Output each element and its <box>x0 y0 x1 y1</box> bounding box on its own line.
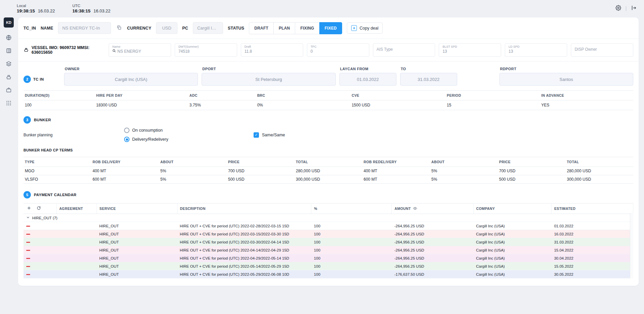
chevron-down-icon[interactable] <box>26 216 30 220</box>
currency-input[interactable]: USD <box>156 22 177 34</box>
dport-header: DPORT <box>202 65 335 73</box>
owner-input[interactable]: Cargill Inc (USA) <box>64 73 198 86</box>
vessel-dwt-field[interactable]: DWT(Summer) 74518 <box>175 43 237 57</box>
refresh-button[interactable] <box>36 205 42 212</box>
status-plan-button[interactable]: PLAN <box>273 22 295 34</box>
service-cell: HIRE_OUT <box>97 254 177 262</box>
cell: 600 MT <box>91 175 159 184</box>
vessel-tpc-field[interactable]: TPC 0 <box>307 43 369 57</box>
payment-row[interactable]: HIRE_OUT HIRE OUT + CVE for period (UTC)… <box>23 246 633 254</box>
payment-row[interactable]: HIRE_OUT HIRE OUT + CVE for period (UTC)… <box>23 230 633 238</box>
estimated-header[interactable]: ESTIMATED <box>551 204 633 214</box>
pc-input[interactable]: Cargill Inte... <box>193 22 223 34</box>
bunker-step-badge: 3 <box>23 116 31 124</box>
service-header[interactable]: SERVICE <box>97 204 177 214</box>
copy-deal-button[interactable]: + Copy deal <box>347 23 383 34</box>
company-cell: Cargill Inc (USA) <box>473 222 551 230</box>
app-page: Local 19:38:15 16.03.22 UTC 16:38:15 16.… <box>0 0 644 314</box>
app-logo[interactable]: KD <box>4 17 14 28</box>
deal-name-input[interactable]: NS ENERGY TC-In <box>58 22 111 34</box>
cell: 5% <box>430 167 498 175</box>
agreement-cell <box>56 270 97 278</box>
vessel-ld-spd-field[interactable]: LD SPD 13 <box>505 43 567 57</box>
agreement-header[interactable]: AGREEMENT <box>56 204 97 214</box>
vessel-draft-field[interactable]: Draft 11.8 <box>241 43 303 57</box>
table-row[interactable]: MGO 400 MT 5% 700 USD 280,000 USD 400 MT… <box>23 167 633 175</box>
cve-value: 1500 USD <box>350 100 445 110</box>
sidebar-item-apps[interactable] <box>5 99 13 107</box>
description-cell: HIRE OUT + CVE for period (UTC) 2022-03-… <box>177 238 311 246</box>
service-cell: HIRE_OUT <box>97 262 177 270</box>
brc-header: BRC <box>256 91 351 100</box>
local-clock: Local 19:38:15 16.03.22 <box>17 4 55 13</box>
service-cell: HIRE_OUT <box>97 246 177 254</box>
settings-button[interactable] <box>615 4 622 12</box>
about-delivery-header: ABOUT <box>159 157 227 167</box>
estimated-cell: 15.04.2022 <box>551 246 633 254</box>
payment-row[interactable]: HIRE_OUT HIRE OUT + CVE for period (UTC)… <box>23 222 633 230</box>
table-row[interactable]: VLSFO 600 MT 5% 500 USD 300,000 USD 600 … <box>23 175 633 184</box>
globe-icon <box>6 35 12 42</box>
logout-icon <box>631 5 637 12</box>
status-fixing-button[interactable]: FIXING <box>295 22 319 34</box>
vessel-name-field[interactable]: Name NS ENERGY <box>109 43 171 57</box>
bunker-planning-radio-group: On consumption Delivery/Redelivery <box>124 128 254 142</box>
logout-button[interactable] <box>630 4 637 12</box>
payment-group-row[interactable]: HIRE_OUT (7) <box>23 214 633 222</box>
sidebar-item-deals[interactable] <box>5 86 13 94</box>
rdport-input[interactable]: Santos <box>499 73 633 86</box>
total-redelivery-header: TOTAL <box>566 157 633 167</box>
payment-row[interactable]: HIRE_OUT HIRE OUT + CVE for period (UTC)… <box>23 262 633 270</box>
vessel-blst-spd-field[interactable]: BLST SPD 13 <box>439 43 501 57</box>
eye-icon[interactable] <box>413 206 417 211</box>
sidebar: KD <box>0 15 17 314</box>
duration-value: 100 <box>23 100 95 110</box>
payment-row[interactable]: HIRE_OUT HIRE OUT + CVE for period (UTC)… <box>23 238 633 246</box>
estimated-cell: 31.03.2022 <box>551 238 633 246</box>
estimated-cell: 01.03.2022 <box>551 222 633 230</box>
on-consumption-radio[interactable]: On consumption <box>124 128 254 133</box>
add-payment-row-button[interactable] <box>26 205 32 212</box>
currency-label: CURRENCY <box>127 26 151 31</box>
table-row[interactable]: 100 18300 USD 3.75% 0% 1500 USD 15 YES <box>23 100 633 110</box>
vessel-ais-type-field[interactable]: AIS Type <box>373 43 435 57</box>
laycan-from-input[interactable]: 01.03.2022 <box>339 73 396 86</box>
payment-row[interactable]: HIRE_OUT HIRE OUT + CVE for period (UTC)… <box>23 254 633 262</box>
remove-row-icon[interactable] <box>26 258 30 259</box>
cell: 300,000 USD <box>294 175 362 184</box>
sidebar-item-board[interactable] <box>5 47 13 55</box>
rdport-header: RDPORT <box>499 65 633 73</box>
table-scrollbar[interactable] <box>630 213 633 278</box>
amount-header[interactable]: AMOUNT <box>392 204 474 214</box>
cell: 700 USD <box>227 167 294 175</box>
company-header[interactable]: COMPANY <box>473 204 551 214</box>
same-same-checkbox[interactable]: ✓ Same/Same <box>254 132 285 138</box>
period-header: PERIOD <box>445 91 540 100</box>
laycan-to-input[interactable]: 31.03.2022 <box>400 73 457 86</box>
company-cell: Cargill Inc (USA) <box>473 238 551 246</box>
vessel-disp-owner-field[interactable]: DISP Owner <box>571 43 633 57</box>
status-fixed-button[interactable]: FIXED <box>319 22 342 34</box>
description-header[interactable]: DESCRIPTION <box>177 204 311 214</box>
delivery-redelivery-radio[interactable]: Delivery/Redelivery <box>124 137 254 142</box>
copy-name-button[interactable] <box>116 24 122 32</box>
remove-row-icon[interactable] <box>26 242 30 243</box>
sidebar-item-globe[interactable] <box>5 34 13 42</box>
remove-row-icon[interactable] <box>26 266 30 267</box>
percent-cell: 100 <box>311 222 392 230</box>
sidebar-item-layers[interactable] <box>5 60 13 68</box>
rob-delivery-header: ROB DELIVERY <box>91 157 159 167</box>
remove-row-icon[interactable] <box>26 250 30 251</box>
status-draft-button[interactable]: DRAFT <box>249 22 274 34</box>
remove-row-icon[interactable] <box>26 234 30 235</box>
payment-row[interactable]: HIRE_OUT HIRE OUT + CVE for period (UTC)… <box>23 270 633 278</box>
dport-input[interactable]: St Petersburg <box>202 73 335 86</box>
cell: 280,000 USD <box>566 167 633 175</box>
percent-header[interactable]: % <box>311 204 392 214</box>
tcin-step-badge: 2 <box>23 76 31 83</box>
plus-icon: + <box>351 25 357 31</box>
sidebar-item-vessels[interactable] <box>5 73 13 81</box>
remove-row-icon[interactable] <box>26 274 30 275</box>
percent-cell: 100 <box>311 230 392 238</box>
remove-row-icon[interactable] <box>26 226 30 227</box>
